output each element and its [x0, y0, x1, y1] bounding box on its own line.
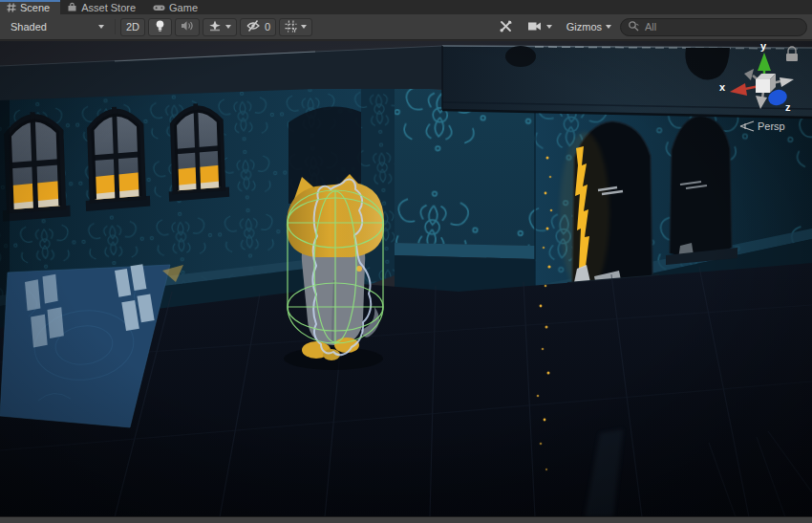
tab-label: Game — [169, 2, 198, 13]
scene-grid-icon — [7, 3, 16, 12]
effects-star-icon — [208, 20, 222, 34]
gizmos-label: Gizmos — [566, 21, 602, 33]
z-axis-label: z — [785, 101, 791, 113]
chevron-down-icon — [301, 25, 307, 29]
tab-label: Scene — [20, 2, 50, 13]
scene-viewport[interactable]: y x z Persp — [0, 41, 812, 517]
search-icon — [628, 18, 639, 35]
tab-game[interactable]: Game — [146, 0, 208, 14]
chevron-down-icon — [546, 25, 552, 29]
eye-hidden-icon — [246, 20, 261, 33]
game-controller-icon — [153, 3, 165, 12]
vignette — [0, 41, 812, 517]
gizmo-cube[interactable] — [756, 74, 776, 93]
character-hand — [356, 266, 362, 272]
scene-search-field[interactable] — [620, 18, 807, 36]
scene-lighting-toggle[interactable] — [148, 18, 172, 36]
projection-label: Persp — [758, 120, 785, 132]
tools-icon — [499, 19, 513, 35]
tab-asset-store[interactable]: Asset Store — [60, 0, 146, 14]
shading-mode-dropdown[interactable]: Shaded — [5, 18, 110, 36]
chevron-down-icon — [225, 25, 231, 29]
hidden-object-count: 0 — [265, 21, 270, 33]
asset-store-bag-icon — [67, 2, 77, 12]
toggle-2d-button[interactable]: 2D — [120, 18, 145, 36]
grid-settings-dropdown[interactable] — [279, 18, 312, 36]
tab-bar: Scene Asset Store Game — [0, 0, 812, 14]
camera-icon — [527, 21, 543, 33]
effects-dropdown[interactable] — [203, 18, 237, 36]
shading-mode-label: Shaded — [11, 21, 47, 33]
divider — [115, 19, 116, 34]
chevron-down-icon — [606, 25, 611, 29]
scene-view-toolbar: Shaded 2D 0 — [0, 14, 812, 40]
gizmos-dropdown[interactable]: Gizmos — [561, 18, 617, 36]
window-bottom-edge — [0, 516, 812, 523]
tab-label: Asset Store — [81, 2, 136, 13]
scene-render: y x z Persp — [0, 41, 812, 517]
component-tools-button[interactable] — [493, 18, 519, 36]
chevron-down-icon — [98, 25, 104, 29]
grid-icon — [285, 20, 297, 34]
tab-scene[interactable]: Scene — [0, 0, 60, 14]
y-axis-label: y — [760, 41, 767, 52]
speaker-icon — [181, 20, 194, 33]
lightbulb-icon — [154, 19, 166, 34]
x-axis-label: x — [719, 81, 726, 93]
audio-toggle[interactable] — [175, 18, 200, 36]
search-input[interactable] — [643, 20, 800, 33]
scene-camera-dropdown[interactable] — [522, 18, 558, 36]
scene-visibility-toggle[interactable]: 0 — [240, 18, 276, 36]
